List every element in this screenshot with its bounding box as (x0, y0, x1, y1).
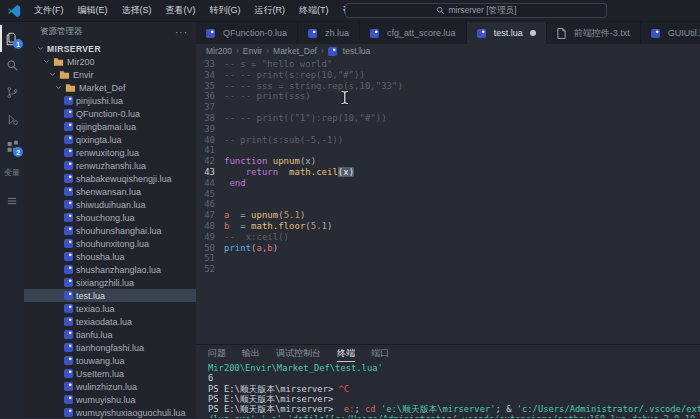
activity-variables-icon[interactable]: 变量 (0, 160, 24, 187)
activity-extensions-icon[interactable]: 2 (0, 133, 24, 160)
code-token: -- -- print(("1"):rep(10,"#")) (224, 113, 387, 123)
panel-tab-调试控制台[interactable]: 调试控制台 (276, 345, 321, 362)
menu-item-终端(T)[interactable]: 终端(T) (292, 4, 336, 17)
lua-file-icon (64, 265, 73, 274)
tree-item-shouchong.lua[interactable]: shouchong.lua (24, 211, 196, 224)
line-number: 47 (196, 210, 224, 221)
code-token: return (246, 167, 279, 177)
tree-item-label: qijingbamai.lua (76, 122, 136, 132)
breadcrumb-item-Mir200[interactable]: Mir200 (206, 46, 232, 56)
more-actions-button[interactable]: ··· (175, 27, 188, 38)
menu-item-文件(F)[interactable]: 文件(F) (27, 4, 71, 17)
tree-item-wumuyishu.lua[interactable]: wumuyishu.lua (24, 393, 196, 406)
code-token: end (229, 178, 245, 188)
command-center-search[interactable]: mirserver [管理员] (345, 3, 607, 18)
tree-item-qixingta.lua[interactable]: qixingta.lua (24, 133, 196, 146)
tab-cfg_att_score.lua[interactable]: cfg_att_score.lua (360, 22, 467, 44)
mouse-cursor-ibeam (340, 90, 350, 109)
breadcrumb-item-Envir[interactable]: Envir (243, 46, 262, 56)
panel-tab-端口[interactable]: 端口 (371, 345, 389, 362)
tree-item-tianfu.lua[interactable]: tianfu.lua (24, 328, 196, 341)
breadcrumb: Mir200›Envir›Market_Def›test.lua (196, 44, 700, 58)
chevron-down-icon (49, 71, 56, 78)
tree-item-shousha.lua[interactable]: shousha.lua (24, 250, 196, 263)
tree-item-renwuzhanshi.lua[interactable]: renwuzhanshi.lua (24, 159, 196, 172)
tab-zh.lua[interactable]: zh.lua (298, 22, 360, 44)
lua-file-icon (64, 278, 73, 287)
tree-item-label: wulinzhizun.lua (76, 382, 137, 392)
vscode-window: 文件(F)编辑(E)选择(S)查看(V)转到(G)运行(R)终端(T)帮助(H)… (0, 0, 700, 419)
line-number: 50 (196, 243, 224, 254)
tree-item-texiaodata.lua[interactable]: texiaodata.lua (24, 315, 196, 328)
code-line: 44 end (196, 178, 700, 189)
terminal[interactable]: Mir200\Envir\Market_Def\test.lua'6PS E:\… (196, 362, 700, 418)
line-number: 39 (196, 124, 224, 135)
code-text: -- x:ceil() (224, 232, 289, 243)
tree-item-pinjiushi.lua[interactable]: pinjiushi.lua (24, 94, 196, 107)
tree-item-Market_Def[interactable]: Market_Def (24, 81, 196, 94)
lua-file-icon (64, 330, 73, 339)
tab-label: 前端控件-3.txt (574, 27, 630, 40)
menu-item-查看(V)[interactable]: 查看(V) (159, 4, 203, 17)
text-file-icon (557, 28, 566, 39)
tree-item-shouhunshanghai.lua[interactable]: shouhunshanghai.lua (24, 224, 196, 237)
tree-item-Envir[interactable]: Envir (24, 68, 196, 81)
panel-tab-终端[interactable]: 终端 (337, 345, 355, 362)
activity-run-debug-icon[interactable] (0, 106, 24, 133)
tree-item-shabakewuqishengji.lua[interactable]: shabakewuqishengji.lua (24, 172, 196, 185)
panel-tab-问题[interactable]: 问题 (208, 345, 226, 362)
line-number: 34 (196, 70, 224, 81)
tab-test.lua[interactable]: test.lua (467, 22, 547, 44)
line-number: 33 (196, 59, 224, 70)
tree-item-UseItem.lua[interactable]: UseItem.lua (24, 367, 196, 380)
tab-QFunction-0.lua[interactable]: QFunction-0.lua (196, 22, 298, 44)
code-line: 43 return math.ceil(x) (196, 167, 700, 178)
modified-dot-icon (530, 30, 536, 36)
tree-item-qijingbamai.lua[interactable]: qijingbamai.lua (24, 120, 196, 133)
tab-GUIUtil.lua[interactable]: GUIUtil.lua (641, 22, 700, 44)
code-editor[interactable]: 33-- s = "hello world"34-- -- print(s:re… (196, 58, 700, 344)
menu-item-选择(S)[interactable]: 选择(S) (115, 4, 159, 17)
line-number: 36 (196, 91, 224, 102)
terminal-token: PS E:\顺天版本\mirserver> (208, 394, 333, 404)
menu-item-运行(R)[interactable]: 运行(R) (248, 4, 293, 17)
tree-item-shushanzhanglao.lua[interactable]: shushanzhanglao.lua (24, 263, 196, 276)
panel-tab-输出[interactable]: 输出 (242, 345, 260, 362)
tree-item-shiwuduihuan.lua[interactable]: shiwuduihuan.lua (24, 198, 196, 211)
tree-item-QFunction-0.lua[interactable]: QFunction-0.lua (24, 107, 196, 120)
tree-item-shouhunxitong.lua[interactable]: shouhunxitong.lua (24, 237, 196, 250)
code-text: -- print(s:sub(-5,-1)) (224, 135, 343, 146)
badge: 2 (13, 147, 23, 157)
tree-item-Mir200[interactable]: Mir200 (24, 55, 196, 68)
tree-item-label: tianfu.lua (76, 330, 113, 340)
breadcrumb-item-test.lua[interactable]: test.lua (328, 46, 370, 56)
tree-item-renwuxitong.lua[interactable]: renwuxitong.lua (24, 146, 196, 159)
lua-file-icon (206, 29, 215, 38)
tab-前端控件-3.txt[interactable]: 前端控件-3.txt (547, 22, 641, 44)
lua-file-icon (64, 187, 73, 196)
code-token: print (224, 243, 251, 253)
breadcrumb-item-Market_Def[interactable]: Market_Def (273, 46, 317, 56)
terminal-line: 6 (208, 373, 700, 383)
menu-item-编辑(E)[interactable]: 编辑(E) (71, 4, 115, 17)
activity-explorer-icon[interactable]: 1 (0, 25, 24, 52)
tab-bar: QFunction-0.luazh.luacfg_att_score.luate… (196, 22, 700, 44)
activity-source-control-icon[interactable] (0, 79, 24, 106)
tree-item-sixiangzhili.lua[interactable]: sixiangzhili.lua (24, 276, 196, 289)
tree-item-wumuyishuxiaoguochuli.lua[interactable]: wumuyishuxiaoguochuli.lua (24, 406, 196, 418)
tree-item-label: shiwuduihuan.lua (76, 200, 146, 210)
tree-item-texiao.lua[interactable]: texiao.lua (24, 302, 196, 315)
code-token (278, 167, 289, 177)
tree-item-tianhongfashi.lua[interactable]: tianhongfashi.lua (24, 341, 196, 354)
tree-item-test.lua[interactable]: test.lua (24, 289, 196, 302)
activity-search-icon[interactable] (0, 52, 24, 79)
line-number: 51 (196, 253, 224, 264)
tree-item-shenwansan.lua[interactable]: shenwansan.lua (24, 185, 196, 198)
tree-item-touwang.lua[interactable]: touwang.lua (24, 354, 196, 367)
tree-item-MIRSERVER[interactable]: MIRSERVER (24, 42, 196, 55)
activity-menu-icon[interactable] (0, 187, 24, 214)
lua-file-icon (64, 356, 73, 365)
chevron-down-icon (37, 45, 44, 52)
tree-item-wulinzhizun.lua[interactable]: wulinzhizun.lua (24, 380, 196, 393)
menu-item-转到(G)[interactable]: 转到(G) (203, 4, 248, 17)
